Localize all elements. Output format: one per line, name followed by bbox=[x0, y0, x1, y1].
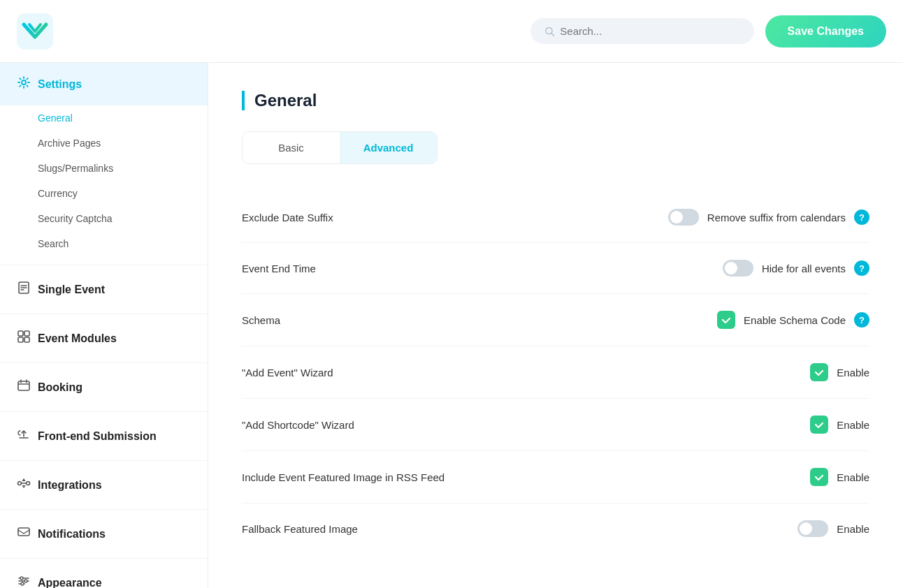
booking-icon bbox=[17, 378, 31, 396]
include-featured-image-rss-checkbox[interactable] bbox=[810, 468, 828, 486]
divider-5 bbox=[0, 460, 208, 461]
frontend-submission-icon bbox=[17, 427, 31, 445]
svg-rect-8 bbox=[18, 331, 23, 336]
sidebar-settings-section[interactable]: Settings bbox=[0, 63, 208, 105]
svg-rect-9 bbox=[24, 331, 29, 336]
include-featured-image-rss-control: Enable bbox=[810, 468, 869, 486]
logo-area bbox=[17, 13, 53, 50]
sidebar-item-archive-pages[interactable]: Archive Pages bbox=[0, 131, 208, 156]
tab-basic[interactable]: Basic bbox=[243, 132, 340, 163]
event-end-time-label: Event End Time bbox=[242, 263, 316, 274]
tabs: Basic Advanced bbox=[242, 131, 438, 164]
fallback-featured-image-control: Enable bbox=[797, 520, 869, 537]
svg-point-13 bbox=[18, 482, 22, 485]
booking-label: Booking bbox=[38, 381, 82, 394]
exclude-date-suffix-control: Remove suffix from calendars ? bbox=[668, 209, 869, 226]
svg-rect-15 bbox=[18, 528, 29, 536]
settings-label: Settings bbox=[38, 78, 82, 91]
sidebar-item-search[interactable]: Search bbox=[0, 231, 208, 256]
divider-1 bbox=[0, 265, 208, 265]
svg-rect-12 bbox=[18, 381, 29, 390]
add-shortcode-wizard-checkbox[interactable] bbox=[810, 416, 828, 434]
add-event-wizard-text: Enable bbox=[837, 367, 869, 378]
page-title: General bbox=[242, 91, 869, 110]
header-right: Save Changes bbox=[530, 15, 886, 47]
add-event-wizard-checkbox[interactable] bbox=[810, 363, 828, 381]
notifications-icon bbox=[17, 525, 31, 543]
sidebar-single-event[interactable]: Single Event bbox=[0, 268, 208, 311]
sidebar-item-general[interactable]: General bbox=[0, 105, 208, 131]
fallback-featured-image-label: Fallback Featured Image bbox=[242, 523, 358, 535]
event-modules-icon bbox=[17, 330, 31, 347]
setting-add-shortcode-wizard: "Add Shortcode" Wizard Enable bbox=[242, 399, 869, 451]
setting-schema: Schema Enable Schema Code ? bbox=[242, 294, 869, 346]
add-event-wizard-label: "Add Event" Wizard bbox=[242, 367, 333, 378]
divider-6 bbox=[0, 509, 208, 510]
layout: Settings General Archive Pages Slugs/Per… bbox=[0, 63, 903, 588]
schema-text: Enable Schema Code bbox=[744, 314, 846, 326]
event-end-time-control: Hide for all events ? bbox=[723, 260, 869, 277]
integrations-icon bbox=[17, 476, 31, 494]
sidebar-event-modules[interactable]: Event Modules bbox=[0, 317, 208, 360]
exclude-date-suffix-toggle[interactable] bbox=[668, 209, 699, 226]
svg-point-20 bbox=[24, 580, 27, 582]
include-featured-image-rss-text: Enable bbox=[837, 471, 869, 483]
sidebar-item-slugs-permalinks[interactable]: Slugs/Permalinks bbox=[0, 156, 208, 181]
save-changes-button[interactable]: Save Changes bbox=[765, 15, 886, 47]
sidebar-item-currency[interactable]: Currency bbox=[0, 181, 208, 206]
exclude-date-suffix-label: Exclude Date Suffix bbox=[242, 212, 333, 223]
divider-2 bbox=[0, 314, 208, 314]
svg-point-19 bbox=[20, 577, 23, 580]
event-end-time-text: Hide for all events bbox=[762, 263, 846, 274]
include-featured-image-rss-label: Include Event Featured Image in RSS Feed bbox=[242, 471, 445, 483]
add-event-wizard-control: Enable bbox=[810, 363, 869, 381]
check-icon-2 bbox=[814, 367, 824, 377]
schema-checkbox[interactable] bbox=[717, 311, 735, 329]
add-shortcode-wizard-text: Enable bbox=[837, 419, 869, 431]
sidebar-integrations[interactable]: Integrations bbox=[0, 464, 208, 506]
appearance-icon bbox=[17, 574, 31, 588]
add-shortcode-wizard-label: "Add Shortcode" Wizard bbox=[242, 419, 354, 431]
notifications-label: Notifications bbox=[38, 528, 106, 541]
setting-add-event-wizard: "Add Event" Wizard Enable bbox=[242, 346, 869, 399]
single-event-label: Single Event bbox=[38, 284, 105, 296]
app-logo bbox=[17, 13, 53, 50]
event-end-time-toggle[interactable] bbox=[723, 260, 753, 277]
check-icon bbox=[721, 315, 731, 325]
settings-sub-items: General Archive Pages Slugs/Permalinks C… bbox=[0, 105, 208, 262]
event-modules-label: Event Modules bbox=[38, 332, 117, 345]
check-icon-4 bbox=[814, 472, 824, 482]
setting-include-featured-image-rss: Include Event Featured Image in RSS Feed… bbox=[242, 451, 869, 504]
frontend-submission-label: Front-end Submission bbox=[38, 430, 157, 443]
check-icon-3 bbox=[814, 420, 824, 429]
search-icon bbox=[544, 26, 555, 37]
sidebar-notifications[interactable]: Notifications bbox=[0, 513, 208, 555]
settings-icon bbox=[17, 75, 31, 93]
divider-7 bbox=[0, 558, 208, 559]
divider-3 bbox=[0, 362, 208, 363]
svg-rect-10 bbox=[18, 337, 23, 342]
svg-point-21 bbox=[21, 582, 24, 585]
schema-label: Schema bbox=[242, 314, 280, 326]
exclude-date-suffix-help[interactable]: ? bbox=[854, 210, 869, 225]
setting-event-end-time: Event End Time Hide for all events ? bbox=[242, 243, 869, 294]
tab-advanced[interactable]: Advanced bbox=[340, 132, 437, 163]
header: Save Changes bbox=[0, 0, 903, 63]
sidebar-frontend-submission[interactable]: Front-end Submission bbox=[0, 415, 208, 457]
single-event-icon bbox=[17, 281, 31, 298]
integrations-label: Integrations bbox=[38, 479, 102, 492]
svg-point-3 bbox=[22, 80, 26, 84]
sidebar: Settings General Archive Pages Slugs/Per… bbox=[0, 63, 208, 588]
search-bar[interactable] bbox=[530, 18, 754, 44]
svg-line-2 bbox=[551, 33, 554, 36]
event-end-time-help[interactable]: ? bbox=[854, 260, 869, 276]
search-input[interactable] bbox=[560, 25, 739, 37]
svg-point-14 bbox=[27, 482, 30, 485]
main-content: General Basic Advanced Exclude Date Suff… bbox=[208, 63, 903, 588]
sidebar-item-security-captcha[interactable]: Security Captcha bbox=[0, 206, 208, 231]
sidebar-appearance[interactable]: Appearance bbox=[0, 561, 208, 588]
schema-help[interactable]: ? bbox=[854, 312, 869, 328]
appearance-label: Appearance bbox=[38, 577, 102, 589]
sidebar-booking[interactable]: Booking bbox=[0, 366, 208, 409]
fallback-featured-image-toggle[interactable] bbox=[797, 520, 828, 537]
